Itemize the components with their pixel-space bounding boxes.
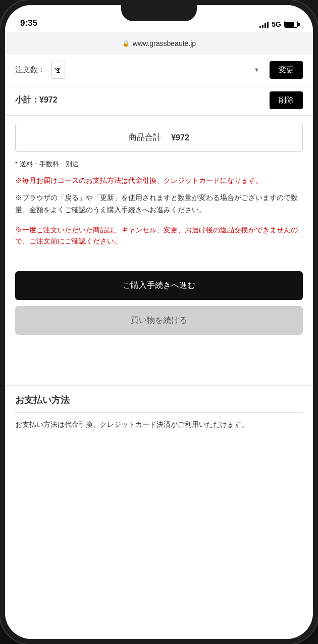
total-label: 商品合計	[129, 132, 161, 143]
phone-frame: 9:35 5G 🔒 www.grassbeaute.jp 注文数：	[0, 0, 318, 644]
subtotal-section: 小計：¥972 削除	[5, 85, 313, 116]
order-label: 注文数：	[15, 65, 45, 75]
lock-icon: 🔒	[122, 40, 130, 47]
spacer-1	[5, 251, 313, 271]
delete-button[interactable]: 削除	[270, 91, 303, 109]
status-icons: 5G	[259, 20, 298, 28]
quantity-wrapper: 1 2 3 4 5	[51, 61, 263, 79]
notch	[121, 5, 197, 21]
total-price: ¥972	[171, 133, 189, 142]
payment-title: お支払い方法	[15, 394, 303, 413]
payment-section: お支払い方法 お支払い方法は代金引換、クレジットカード決済がご利用いただけます。	[5, 385, 313, 434]
notice-red-1: ※毎月お届けコースのお支払方法は代金引換、クレジットカードになります。	[5, 173, 313, 188]
shipping-note: * 送料・手数料 別途	[5, 160, 313, 173]
network-indicator: 5G	[272, 20, 281, 28]
checkout-button[interactable]: ご購入手続きへ進む	[15, 271, 303, 300]
url-bar[interactable]: 🔒 www.grassbeaute.jp	[5, 32, 313, 55]
signal-bars	[259, 21, 269, 28]
notice-black-1: ※ブラウザの「戻る」や「更新」を使用されますと数量が変わる場合がございますので数…	[5, 188, 313, 220]
page-content: 注文数： 1 2 3 4 5 変更 小計：¥972 削除	[5, 55, 313, 639]
screen: 9:35 5G 🔒 www.grassbeaute.jp 注文数：	[5, 5, 313, 639]
battery-icon	[284, 21, 298, 28]
quantity-select[interactable]: 1 2 3 4 5	[51, 61, 65, 79]
change-quantity-button[interactable]: 変更	[270, 61, 303, 79]
spacer-2	[5, 345, 313, 385]
status-bar: 9:35 5G	[5, 5, 313, 32]
battery-fill	[285, 22, 294, 27]
notice-red-2: ※一度ご注文いただいた商品は、キャンセル、変更、お届け後の返品交換ができませんの…	[5, 220, 313, 251]
url-text: www.grassbeaute.jp	[133, 39, 196, 47]
total-box: 商品合計 ¥972	[15, 124, 303, 152]
subtotal-text: 小計：¥972	[15, 95, 58, 106]
continue-shopping-button[interactable]: 買い物を続ける	[15, 306, 303, 335]
payment-description: お支払い方法は代金引換、クレジットカード決済がご利用いただけます。	[15, 419, 303, 430]
order-quantity-section: 注文数： 1 2 3 4 5 変更	[5, 55, 313, 85]
